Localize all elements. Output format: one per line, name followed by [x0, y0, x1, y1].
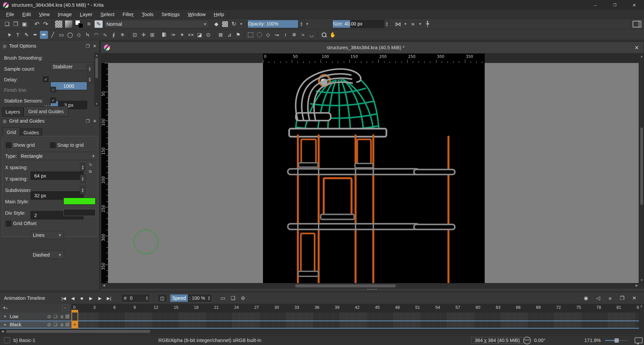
x-spacing-spinner[interactable]: ▲▼ — [80, 163, 86, 171]
subwindow-title-bar[interactable]: structures_384x384.kra (40.5 MiB) * ✕ — [101, 42, 644, 54]
transform-tool[interactable]: ⊡ — [131, 31, 139, 39]
menu-edit[interactable]: Edit — [18, 11, 35, 18]
tool-options-scrollbar[interactable]: ▲ ▼ — [94, 53, 99, 107]
colorize-mask-tool[interactable]: ×× — [187, 31, 195, 39]
colorspace-info[interactable]: RGB/Alpha (8-bit integer/channel) sRGB b… — [158, 338, 261, 343]
layer-alpha-icon[interactable]: α — [59, 322, 65, 327]
polygon-tool[interactable]: ◇ — [75, 31, 83, 39]
freehand-brush-tool[interactable]: ✏ — [40, 31, 48, 39]
choose-brush-preset-icon[interactable]: ≡ — [85, 20, 93, 28]
timeline-vertical-scrollbar[interactable]: ▲ — [639, 304, 644, 334]
create-duplicate-frame-button[interactable]: ❏ — [228, 294, 238, 302]
rectangle-tool[interactable]: ▭ — [57, 31, 65, 39]
float-docker-icon[interactable]: ❐ — [86, 119, 90, 124]
chevron-down-icon[interactable]: ▼ — [238, 22, 244, 26]
layer-onion-icon[interactable]: ❏ — [53, 322, 58, 327]
freehand-path-tool[interactable]: ∿ — [101, 31, 109, 39]
sample-count-spinner[interactable]: ▲▼ — [87, 65, 93, 73]
close-docker-icon[interactable]: ✕ — [629, 294, 639, 302]
similar-color-select-tool[interactable]: ≈ — [299, 31, 307, 39]
float-docker-icon[interactable]: ❐ — [617, 294, 627, 302]
layer-name-cell[interactable]: ➤Low⊙❏α — [0, 313, 71, 321]
menu-settings[interactable]: Settings — [158, 11, 184, 18]
pan-tool[interactable]: ✋ — [329, 31, 337, 39]
layer-visibility-icon[interactable]: ⊙ — [46, 322, 52, 327]
skip-to-end-button[interactable]: ▶| — [105, 294, 114, 302]
delay-spinner[interactable]: ▲▼ — [87, 75, 93, 84]
delete-keyframe-button[interactable]: ⊘ — [238, 294, 248, 302]
timeline-menu-icon[interactable]: ≡ — [605, 294, 615, 302]
mirror-horizontal-icon[interactable]: ⋈ — [394, 20, 402, 28]
drop-frames-button[interactable]: ◫ — [157, 294, 167, 302]
mirror-axis-icon[interactable]: ╄ — [423, 20, 432, 28]
tab-grid[interactable]: Grid — [3, 127, 20, 137]
pattern-chooser[interactable] — [55, 20, 63, 28]
bezier-select-tool[interactable]: ◡ — [308, 31, 316, 39]
assistants-tool[interactable]: ⊠ — [217, 31, 225, 39]
chevron-down-icon[interactable]: ▼ — [304, 22, 310, 26]
menu-help[interactable]: Help — [210, 11, 228, 18]
layer-alpha-locked-icon[interactable] — [65, 315, 69, 319]
opacity-spinner[interactable]: ▲▼ — [299, 20, 304, 28]
next-frame-button[interactable]: ▶ — [96, 294, 105, 302]
reload-preset-icon[interactable]: ↻ — [229, 20, 238, 28]
color-sampler-tool[interactable]: ✑ — [169, 31, 177, 39]
measure-tool[interactable]: ⊿ — [225, 31, 233, 39]
canvas[interactable] — [263, 63, 485, 283]
opacity-slider[interactable]: Opacity: 100% — [248, 20, 299, 28]
div-style-color-button[interactable] — [63, 209, 96, 216]
docker-tab-layers[interactable]: Layers — [2, 107, 23, 117]
menu-select[interactable]: Select — [97, 11, 119, 18]
fill-tool[interactable]: ◪ — [196, 31, 204, 39]
undo-icon[interactable]: ↶ — [33, 20, 41, 28]
layer-onion-icon[interactable]: ❏ — [53, 314, 58, 319]
scroll-down-icon[interactable]: ▼ — [640, 279, 644, 282]
redo-icon[interactable]: ↷ — [41, 20, 50, 28]
image-dimensions[interactable]: 384 x 384 (40.5 MiB) — [471, 337, 524, 344]
move-tool[interactable]: ✛ — [140, 31, 148, 39]
save-icon[interactable]: ▣ — [20, 20, 29, 28]
main-style-color-button[interactable] — [63, 198, 96, 205]
layer-name-cell[interactable]: ➤Black⊙❏α — [0, 321, 71, 329]
rotation-dial-icon[interactable] — [523, 337, 531, 344]
layer-visibility-icon[interactable]: ⊙ — [46, 314, 52, 319]
close-button[interactable]: ✕ — [625, 0, 644, 10]
enclose-fill-tool[interactable]: ⊙ — [204, 31, 212, 39]
canvas-viewport[interactable] — [108, 63, 639, 283]
x-spacing-input[interactable]: 64 px — [31, 171, 84, 180]
canvas-vertical-scrollbar[interactable]: ▲ ▼ — [639, 54, 644, 283]
brush-size-slider[interactable]: Size: 40.00 px — [332, 20, 384, 28]
size-spinner[interactable]: ▲▼ — [384, 20, 390, 28]
docker-lock-icon[interactable]: ◎ — [3, 44, 6, 49]
play-button[interactable]: ▶ — [87, 294, 96, 302]
scroll-left-icon[interactable]: ◀ — [103, 284, 105, 287]
wrap-around-icon[interactable]: » — [409, 20, 417, 28]
reference-images-tool[interactable]: ⚑ — [234, 31, 242, 39]
gradient-chooser[interactable] — [65, 20, 73, 28]
menu-view[interactable]: View — [35, 11, 54, 18]
gradient-tool[interactable] — [161, 31, 169, 39]
subdivision-spinner[interactable]: ▲▼ — [80, 186, 86, 194]
menu-filter[interactable]: Filter — [118, 11, 138, 18]
float-docker-icon[interactable]: ❐ — [86, 44, 90, 49]
crop-tool[interactable]: ⊞ — [148, 31, 156, 39]
scroll-up-icon[interactable]: ▲ — [640, 55, 644, 58]
menu-layer[interactable]: Layer — [76, 11, 97, 18]
create-blank-frame-button[interactable]: ▭ — [218, 294, 228, 302]
layer-alpha-locked-icon[interactable] — [65, 323, 69, 327]
timeline-layer-row[interactable]: ➤Black⊙❏α — [0, 321, 639, 329]
layer-alpha-icon[interactable]: α — [59, 314, 65, 319]
finish-line-checkbox[interactable]: ✓ — [50, 87, 56, 92]
smart-patch-tool[interactable]: ✴ — [178, 31, 186, 39]
scroll-up-icon[interactable]: ▲ — [95, 54, 99, 57]
preserve-alpha-icon[interactable] — [222, 21, 228, 27]
edit-shapes-tool[interactable]: ✎ — [22, 31, 31, 39]
onion-skin-icon[interactable]: ◉ — [581, 294, 591, 302]
maximize-button[interactable]: ❒ — [605, 0, 625, 10]
select-shapes-tool[interactable]: ➤ — [5, 31, 13, 39]
elliptical-select-tool[interactable] — [255, 31, 263, 39]
grid-offset-checkbox[interactable]: ✓ — [6, 221, 11, 226]
bezier-curve-tool[interactable]: ◠ — [92, 31, 100, 39]
timeline-frame-ruler[interactable]: +▾ ↔ 03691215182124273033363942454851545… — [0, 304, 639, 313]
fit-to-screen-icon[interactable] — [635, 337, 643, 343]
